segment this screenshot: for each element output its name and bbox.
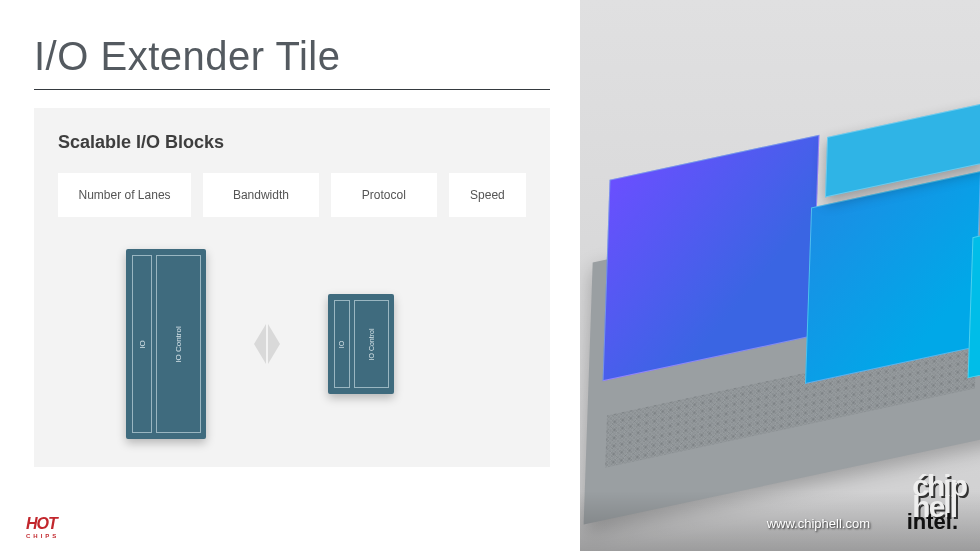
scalable-blocks-panel: Scalable I/O Blocks Number of Lanes Band… — [34, 108, 550, 467]
slide-title: I/O Extender Tile — [34, 34, 550, 79]
io-tile-large: IO IO Control — [126, 249, 206, 439]
feature-lanes: Number of Lanes — [58, 173, 191, 217]
io-tile-small-control: IO Control — [354, 300, 389, 388]
io-tile-large-io: IO — [132, 255, 152, 433]
feature-protocol: Protocol — [331, 173, 437, 217]
slide-right-column: ćhip hell www.chiphell.com intel. — [580, 0, 980, 551]
resize-arrows-icon — [254, 324, 280, 364]
arrow-left-icon — [254, 324, 266, 364]
chip-diagram-row: IO IO Control IO IO Control — [58, 249, 526, 439]
io-tile-small: IO IO Control — [328, 294, 394, 394]
io-control-label-small: IO Control — [368, 328, 375, 360]
intel-logo: intel. — [907, 509, 958, 535]
feature-bandwidth: Bandwidth — [203, 173, 319, 217]
io-control-label: IO Control — [174, 326, 183, 362]
io-tile-small-io: IO — [334, 300, 350, 388]
panel-title: Scalable I/O Blocks — [58, 132, 526, 153]
feature-speed: Speed — [449, 173, 526, 217]
io-tile-large-control: IO Control — [156, 255, 200, 433]
arrow-right-icon — [268, 324, 280, 364]
io-label: IO — [138, 340, 147, 348]
hotchips-sub-text: CHIPS — [26, 533, 59, 539]
footer-left: HOT CHIPS — [0, 515, 580, 539]
feature-blocks-row: Number of Lanes Bandwidth Protocol Speed — [58, 173, 526, 217]
slide-left-column: I/O Extender Tile Scalable I/O Blocks Nu… — [0, 0, 580, 551]
watermark-url: www.chiphell.com — [767, 516, 870, 531]
io-label-small: IO — [339, 340, 346, 347]
hotchips-logo: HOT CHIPS — [26, 515, 59, 539]
title-underline — [34, 89, 550, 90]
die-render-teal1 — [805, 171, 980, 384]
hotchips-text: HOT — [26, 515, 57, 532]
title-text: I/O Extender Tile — [34, 34, 340, 79]
